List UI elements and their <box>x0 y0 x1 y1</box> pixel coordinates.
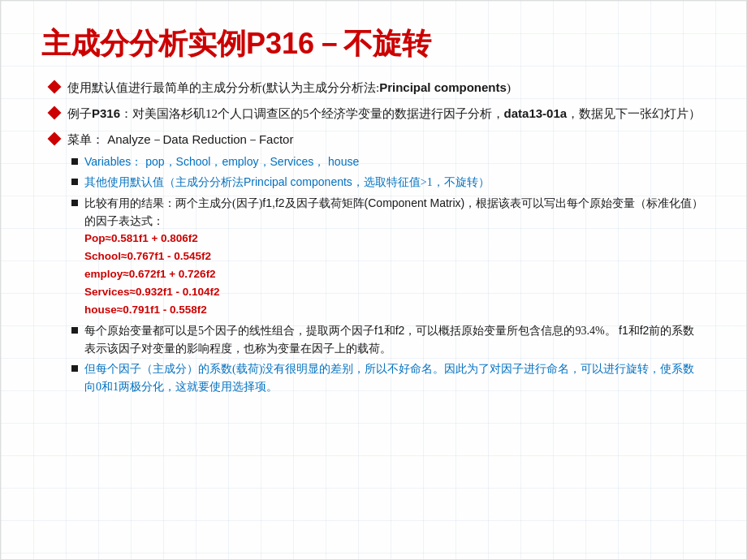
bullet-1: 使用默认值进行最简单的主成分分析(默认为主成分分析法:Principal com… <box>50 78 706 97</box>
sub-text-variables: Variables： pop，School，employ，Services， h… <box>84 153 706 171</box>
diamond-bullet-2 <box>48 106 62 120</box>
diamond-bullet-1 <box>48 80 62 93</box>
sq-bullet-5 <box>71 365 78 372</box>
formula-employ: employ≈0.672f1 + 0.726f2 <box>84 268 216 280</box>
formula-services: Services≈0.932f1 - 0.104f2 <box>84 286 220 298</box>
sub-text-defaults: 其他使用默认值（主成分分析法Principal components，选取特征值… <box>84 174 706 192</box>
bullet-text-1: 使用默认值进行最简单的主成分分析(默认为主成分分析法:Principal com… <box>67 78 706 97</box>
sq-bullet-3 <box>71 200 78 206</box>
sub-item-formulas: 比较有用的结果：两个主成分(因子)f1,f2及因子载荷矩阵(Component … <box>71 195 706 319</box>
formula-house: house≈0.791f1 - 0.558f2 <box>84 304 207 316</box>
title-en: P316－不旋转 <box>246 27 431 60</box>
slide-title: 主成分分析实例P316－不旋转 <box>41 25 706 63</box>
sq-bullet-2 <box>71 179 78 185</box>
diamond-bullet-3 <box>48 132 62 146</box>
bullet-text-2: 例子P316：对美国洛杉矶12个人口调查区的5个经济学变量的数据进行因子分析，d… <box>67 104 706 123</box>
bullet-3: 菜单： Analyze－Data Reduction－Factor Variab… <box>50 130 706 398</box>
formula-school: School≈0.767f1 - 0.545f2 <box>84 250 211 262</box>
slide: 主成分分析实例P316－不旋转 使用默认值进行最简单的主成分分析(默认为主成分分… <box>0 0 747 560</box>
sub-item-explanation: 每个原始变量都可以是5个因子的线性组合，提取两个因子f1和f2，可以概括原始变量… <box>71 322 706 357</box>
content-area: 使用默认值进行最简单的主成分分析(默认为主成分分析法:Principal com… <box>41 78 706 399</box>
bullet-text-3: 菜单： Analyze－Data Reduction－Factor Variab… <box>67 130 706 398</box>
sq-bullet-4 <box>71 327 78 334</box>
sub-list: Variables： pop，School，employ，Services， h… <box>71 153 706 396</box>
sq-bullet-1 <box>71 158 78 165</box>
sub-text-explanation: 每个原始变量都可以是5个因子的线性组合，提取两个因子f1和f2，可以概括原始变量… <box>84 322 706 357</box>
bullet-2: 例子P316：对美国洛杉矶12个人口调查区的5个经济学变量的数据进行因子分析，d… <box>50 104 706 123</box>
sub-item-variables: Variables： pop，School，employ，Services， h… <box>71 153 706 171</box>
sub-item-defaults: 其他使用默认值（主成分分析法Principal components，选取特征值… <box>71 174 706 192</box>
sub-item-rotation: 但每个因子（主成分）的系数(载荷)没有很明显的差别，所以不好命名。因此为了对因子… <box>71 360 706 395</box>
title-zh: 主成分分析实例 <box>41 27 246 60</box>
formula-pop: Pop≈0.581f1 + 0.806f2 <box>84 232 198 244</box>
sub-text-formulas: 比较有用的结果：两个主成分(因子)f1,f2及因子载荷矩阵(Component … <box>84 195 706 319</box>
sub-text-rotation: 但每个因子（主成分）的系数(载荷)没有很明显的差别，所以不好命名。因此为了对因子… <box>84 360 706 395</box>
